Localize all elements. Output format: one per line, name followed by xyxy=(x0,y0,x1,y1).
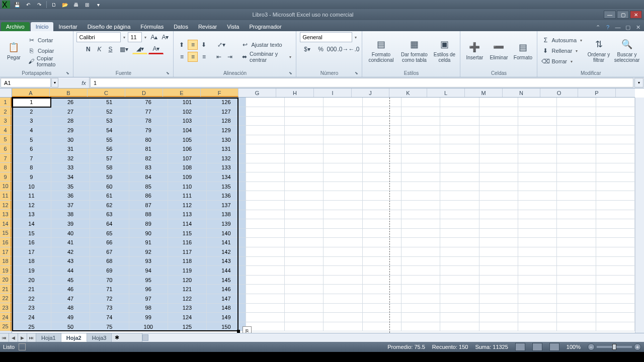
cell[interactable] xyxy=(401,163,440,172)
tab-file[interactable]: Archivo xyxy=(1,22,30,31)
row-header[interactable]: 3 xyxy=(0,116,12,126)
cell[interactable]: 133 xyxy=(207,163,246,172)
cell[interactable] xyxy=(362,219,401,229)
cell[interactable] xyxy=(518,98,556,107)
cell[interactable]: 127 xyxy=(207,107,246,117)
tab-diseno[interactable]: Diseño de página xyxy=(83,22,136,31)
cell[interactable] xyxy=(518,313,556,322)
cell[interactable] xyxy=(362,182,401,191)
cell[interactable]: 68 xyxy=(90,256,129,266)
cell[interactable]: 12 xyxy=(12,201,51,210)
cell[interactable] xyxy=(246,228,284,238)
cell[interactable] xyxy=(246,313,284,322)
tab-revisar[interactable]: Revisar xyxy=(193,22,222,31)
column-header[interactable]: D xyxy=(125,88,163,97)
row-header[interactable]: 18 xyxy=(0,256,12,266)
maximize-button[interactable]: ▢ xyxy=(617,11,629,19)
cell[interactable] xyxy=(479,163,518,172)
cell[interactable]: 34 xyxy=(51,172,90,182)
cells-area[interactable]: 1265176101126227527710212732853781031284… xyxy=(12,98,635,333)
cell[interactable]: 36 xyxy=(51,191,90,201)
cell[interactable] xyxy=(324,285,362,294)
cell[interactable] xyxy=(440,256,479,266)
cell[interactable] xyxy=(557,219,596,229)
cell[interactable] xyxy=(440,228,479,238)
shrink-font-icon[interactable]: A▾ xyxy=(160,32,170,42)
cell[interactable] xyxy=(596,266,634,276)
cell[interactable]: 56 xyxy=(90,144,129,154)
cell[interactable]: 106 xyxy=(168,144,206,154)
zoom-out-icon[interactable]: − xyxy=(588,343,595,350)
cell[interactable] xyxy=(518,210,556,219)
cell[interactable] xyxy=(557,256,596,266)
cell[interactable] xyxy=(557,154,596,163)
cell[interactable]: 144 xyxy=(207,266,246,276)
cell[interactable]: 137 xyxy=(207,201,246,210)
cell[interactable]: 60 xyxy=(90,182,129,191)
cell[interactable] xyxy=(557,126,596,135)
cell[interactable] xyxy=(440,219,479,229)
cell[interactable]: 13 xyxy=(12,210,51,219)
column-header[interactable]: H xyxy=(276,88,314,97)
new-icon[interactable]: 🗋 xyxy=(50,1,58,9)
cell[interactable]: 103 xyxy=(168,116,206,126)
column-header[interactable]: F xyxy=(201,88,238,97)
cell[interactable]: 63 xyxy=(90,210,129,219)
cell[interactable]: 78 xyxy=(129,116,168,126)
cell[interactable] xyxy=(518,135,556,144)
cell[interactable] xyxy=(284,322,323,331)
cell[interactable]: 105 xyxy=(168,135,206,144)
column-header[interactable]: E xyxy=(163,88,201,97)
window-min-icon[interactable]: — xyxy=(614,23,622,31)
sheet-tab-hoja1[interactable]: Hoja1 xyxy=(36,333,61,342)
cell[interactable]: 130 xyxy=(207,135,246,144)
cell[interactable] xyxy=(362,163,401,172)
cell[interactable]: 114 xyxy=(168,219,206,229)
paste-button[interactable]: 📋 Pegar xyxy=(3,34,25,67)
cell[interactable] xyxy=(284,116,323,126)
cell[interactable] xyxy=(518,163,556,172)
sheet-tab-hoja3[interactable]: Hoja3 xyxy=(87,333,112,342)
tab-programador[interactable]: Programador xyxy=(244,22,286,31)
decrease-indent-icon[interactable]: ⇤ xyxy=(214,52,224,62)
cell[interactable] xyxy=(557,172,596,182)
cell[interactable]: 119 xyxy=(168,266,206,276)
cell[interactable] xyxy=(518,219,556,229)
cell[interactable] xyxy=(479,256,518,266)
tab-datos[interactable]: Datos xyxy=(169,22,193,31)
cell[interactable] xyxy=(440,182,479,191)
cell[interactable]: 76 xyxy=(129,98,168,107)
cell[interactable] xyxy=(518,182,556,191)
autosum-button[interactable]: ΣAutosuma▾ xyxy=(540,35,585,45)
cell[interactable] xyxy=(246,275,284,285)
grow-font-icon[interactable]: A▴ xyxy=(149,32,159,42)
cell[interactable]: 14 xyxy=(12,219,51,229)
cell[interactable] xyxy=(557,313,596,322)
cell[interactable] xyxy=(557,116,596,126)
cell[interactable] xyxy=(479,182,518,191)
cell[interactable] xyxy=(284,98,323,107)
cell[interactable]: 41 xyxy=(51,238,90,247)
cell[interactable] xyxy=(440,107,479,117)
cell[interactable] xyxy=(401,135,440,144)
cell[interactable] xyxy=(440,126,479,135)
format-as-table-button[interactable]: ▦Dar formato como tabla xyxy=(398,34,430,67)
cell[interactable] xyxy=(440,285,479,294)
cell[interactable] xyxy=(362,285,401,294)
customize-qat-icon[interactable]: ▾ xyxy=(94,1,102,9)
macro-record-icon[interactable] xyxy=(19,343,26,350)
cell[interactable] xyxy=(557,191,596,201)
percent-format-icon[interactable]: % xyxy=(315,44,326,54)
cell[interactable] xyxy=(596,322,634,331)
cell[interactable] xyxy=(401,238,440,247)
font-size-select[interactable]: 11 xyxy=(128,32,142,42)
cell[interactable] xyxy=(401,107,440,117)
cell[interactable] xyxy=(440,98,479,107)
cell[interactable]: 1 xyxy=(12,98,51,107)
cell[interactable] xyxy=(479,266,518,276)
cell[interactable]: 149 xyxy=(207,313,246,322)
cell[interactable] xyxy=(284,201,323,210)
cell[interactable]: 9 xyxy=(12,172,51,182)
cell[interactable] xyxy=(557,135,596,144)
cell[interactable] xyxy=(518,126,556,135)
